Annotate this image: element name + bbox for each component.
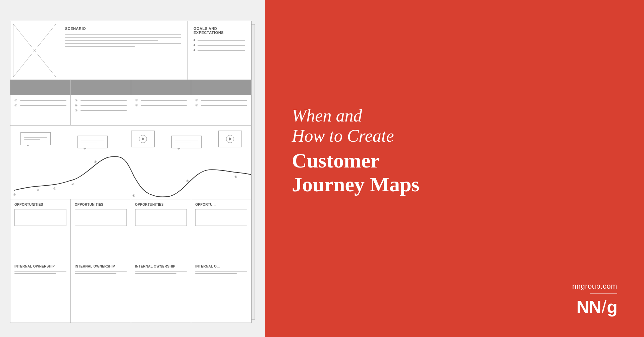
own-line bbox=[135, 271, 187, 272]
line bbox=[65, 37, 181, 38]
opp-cell: OPPORTUNITIES bbox=[71, 199, 131, 261]
bullet-list bbox=[194, 39, 245, 51]
journey-curve-svg: ① ② ③ ④ ⑤ ⑥ ⑦ ⑧ bbox=[10, 146, 251, 199]
opp-box bbox=[195, 209, 247, 226]
internal-ownership-title: INTERNAL O... bbox=[195, 264, 247, 268]
step-num: ④ bbox=[75, 104, 79, 107]
step-item: ④ bbox=[75, 104, 127, 107]
phase-cell bbox=[191, 80, 251, 95]
internal-ownership-title: INTERNAL OWNERSHIP bbox=[135, 264, 187, 268]
phase-cell bbox=[131, 80, 192, 95]
own-line bbox=[14, 271, 66, 272]
opportunities-row: OPPORTUNITIES OPPORTUNITIES OPPORTUNITIE… bbox=[10, 199, 251, 261]
own-lines bbox=[75, 271, 127, 274]
play-icon bbox=[139, 135, 147, 143]
opportunities-title: OPPORTUNITIES bbox=[135, 203, 187, 206]
step-num: ⑤ bbox=[75, 109, 79, 112]
right-panel: When and How to Create Customer Journey … bbox=[265, 0, 644, 337]
internal-ownership-title: INTERNAL OWNERSHIP bbox=[75, 264, 127, 268]
bullet-line bbox=[198, 45, 245, 46]
step-item: ⑥ bbox=[135, 99, 187, 102]
play-bubble bbox=[131, 131, 155, 147]
line bbox=[65, 34, 181, 35]
steps-col: ① ② bbox=[10, 95, 71, 125]
step-item: ⑧ bbox=[195, 99, 247, 102]
phase-bar bbox=[10, 80, 251, 95]
step-line bbox=[80, 105, 127, 106]
steps-section: ① ② ③ ④ bbox=[10, 95, 251, 126]
svg-text:①: ① bbox=[13, 193, 16, 196]
opp-box bbox=[75, 209, 127, 226]
subtitle-line1-text: When and bbox=[292, 106, 362, 125]
subtitle-line2-text: How to Create bbox=[292, 126, 394, 145]
step-line bbox=[20, 105, 66, 106]
line bbox=[65, 46, 135, 47]
play-icon bbox=[226, 135, 234, 143]
nn-divider bbox=[590, 293, 617, 294]
title-line1: Customer bbox=[292, 149, 617, 173]
play-bubble bbox=[218, 131, 242, 147]
play-triangle bbox=[229, 137, 232, 141]
bottom-branding: nngroup.com NN/g bbox=[292, 282, 617, 317]
step-num: ⑦ bbox=[135, 104, 139, 107]
nn-url: nngroup.com bbox=[572, 282, 617, 291]
own-line bbox=[195, 271, 247, 272]
step-item: ⑤ bbox=[75, 109, 127, 112]
goals-title: GOALS AND EXPECTATIONS bbox=[194, 27, 245, 35]
svg-text:③: ③ bbox=[53, 187, 56, 190]
steps-col: ③ ④ ⑤ bbox=[71, 95, 131, 125]
image-placeholder bbox=[10, 21, 59, 80]
own-lines bbox=[135, 271, 187, 274]
bullet-dot bbox=[194, 39, 195, 41]
speech-bubble bbox=[77, 136, 108, 148]
phase-cell bbox=[71, 80, 131, 95]
nn-logo-part1: NN bbox=[577, 297, 601, 317]
bottom-section: OPPORTUNITIES OPPORTUNITIES OPPORTUNITIE… bbox=[10, 199, 251, 323]
subtitle-line1: When and How to Create bbox=[292, 106, 617, 146]
step-line bbox=[141, 105, 187, 106]
bubbles-area bbox=[10, 129, 251, 148]
title-block: Customer Journey Maps bbox=[292, 149, 617, 197]
opportunities-title: OPPORTUNITIES bbox=[75, 203, 127, 206]
nn-logo: NN/g bbox=[577, 297, 617, 317]
play-triangle bbox=[142, 137, 145, 141]
step-line bbox=[80, 100, 127, 101]
svg-text:⑥: ⑥ bbox=[132, 194, 135, 197]
svg-text:⑧: ⑧ bbox=[234, 175, 237, 179]
nn-logo-part2: g bbox=[607, 297, 617, 317]
own-cell: INTERNAL OWNERSHIP bbox=[71, 261, 131, 323]
own-line bbox=[75, 271, 127, 272]
step-item: ③ bbox=[75, 99, 127, 102]
bullet-item bbox=[194, 44, 245, 46]
opp-box bbox=[14, 209, 66, 226]
own-lines bbox=[195, 271, 247, 274]
svg-text:④: ④ bbox=[71, 183, 74, 186]
step-item: ⑦ bbox=[135, 104, 187, 107]
step-num: ⑧ bbox=[195, 99, 199, 102]
own-cell: INTERNAL OWNERSHIP bbox=[10, 261, 71, 323]
experience-section: ① ② ③ ④ ⑤ ⑥ ⑦ ⑧ bbox=[10, 126, 251, 199]
opportunities-title: OPPORTUNITIES bbox=[14, 203, 66, 206]
steps-col: ⑥ ⑦ bbox=[131, 95, 192, 125]
phase-cell bbox=[10, 80, 71, 95]
bullet-line bbox=[198, 40, 245, 41]
opp-box bbox=[135, 209, 187, 226]
step-num: ⑨ bbox=[195, 104, 199, 107]
title-line2: Journey Maps bbox=[292, 173, 617, 196]
bullet-item bbox=[194, 49, 245, 51]
curve-container: ① ② ③ ④ ⑤ ⑥ ⑦ ⑧ bbox=[10, 146, 251, 199]
step-line bbox=[20, 100, 66, 101]
wireframe-stack: SCENARIO GOALS AND EXPECTATIONS bbox=[10, 21, 255, 330]
own-cell: INTERNAL OWNERSHIP bbox=[131, 261, 192, 323]
left-panel: SCENARIO GOALS AND EXPECTATIONS bbox=[0, 0, 265, 337]
scenario-title: SCENARIO bbox=[65, 27, 181, 31]
speech-bubble bbox=[20, 132, 51, 145]
scenario-lines bbox=[65, 34, 181, 47]
opp-cell: OPPORTUNITIES bbox=[10, 199, 71, 261]
internal-ownership-title: INTERNAL OWNERSHIP bbox=[14, 264, 66, 268]
ownership-row: INTERNAL OWNERSHIP INTERNAL OWNERSHIP bbox=[10, 261, 251, 323]
bullet-dot bbox=[194, 44, 195, 46]
own-cell: INTERNAL O... bbox=[191, 261, 251, 323]
step-num: ② bbox=[14, 104, 18, 107]
goals-section: GOALS AND EXPECTATIONS bbox=[187, 21, 251, 80]
